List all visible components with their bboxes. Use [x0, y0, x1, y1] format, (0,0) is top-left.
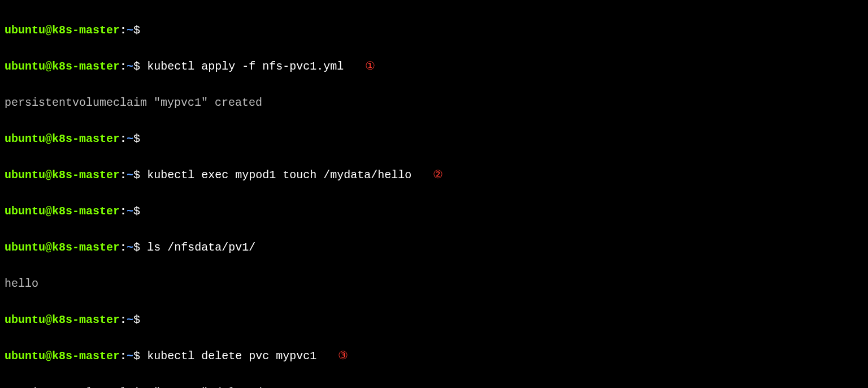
prompt-at: @ — [45, 241, 52, 254]
prompt-colon: : — [120, 205, 127, 218]
prompt-line[interactable]: ubuntu@k8s-master:~$ kubectl delete pvc … — [5, 347, 863, 365]
prompt-line[interactable]: ubuntu@k8s-master:~$ — [5, 311, 863, 329]
prompt-path: ~ — [127, 350, 133, 363]
output-line: persistentvolumeclaim "mypvc1" created — [5, 94, 863, 112]
prompt-dollar: $ — [133, 350, 140, 363]
command-input[interactable]: kubectl apply -f nfs-pvc1.yml — [147, 60, 344, 73]
prompt-line[interactable]: ubuntu@k8s-master:~$ kubectl apply -f nf… — [5, 58, 863, 76]
prompt-dollar: $ — [133, 24, 140, 37]
prompt-line[interactable]: ubuntu@k8s-master:~$ — [5, 130, 863, 148]
prompt-colon: : — [120, 241, 127, 254]
command-input[interactable]: ls /nfsdata/pv1/ — [147, 241, 255, 254]
prompt-colon: : — [120, 24, 127, 37]
prompt-dollar: $ — [133, 132, 140, 145]
prompt-user: ubuntu — [5, 313, 45, 326]
prompt-user: ubuntu — [5, 132, 45, 145]
prompt-path: ~ — [127, 132, 133, 145]
prompt-host: k8s-master — [52, 241, 120, 254]
prompt-at: @ — [45, 24, 52, 37]
prompt-path: ~ — [127, 169, 133, 182]
terminal[interactable]: ubuntu@k8s-master:~$ ubuntu@k8s-master:~… — [0, 0, 868, 388]
prompt-user: ubuntu — [5, 205, 45, 218]
prompt-line[interactable]: ubuntu@k8s-master:~$ kubectl exec mypod1… — [5, 166, 863, 184]
prompt-line[interactable]: ubuntu@k8s-master:~$ ls /nfsdata/pv1/ — [5, 239, 863, 257]
prompt-host: k8s-master — [52, 132, 120, 145]
prompt-path: ~ — [127, 241, 133, 254]
prompt-host: k8s-master — [52, 205, 120, 218]
command-input[interactable]: kubectl delete pvc mypvc1 — [147, 350, 316, 363]
prompt-at: @ — [45, 313, 52, 326]
prompt-user: ubuntu — [5, 24, 45, 37]
prompt-host: k8s-master — [52, 350, 120, 363]
prompt-path: ~ — [127, 24, 133, 37]
prompt-at: @ — [45, 205, 52, 218]
prompt-user: ubuntu — [5, 350, 45, 363]
prompt-at: @ — [45, 350, 52, 363]
annotation-3-icon: ③ — [337, 347, 349, 365]
prompt-colon: : — [120, 350, 127, 363]
prompt-line[interactable]: ubuntu@k8s-master:~$ — [5, 21, 863, 40]
prompt-at: @ — [45, 132, 52, 145]
prompt-dollar: $ — [133, 60, 140, 73]
prompt-user: ubuntu — [5, 241, 45, 254]
command-input[interactable]: kubectl exec mypod1 touch /mydata/hello — [147, 169, 411, 182]
prompt-at: @ — [45, 60, 52, 73]
prompt-host: k8s-master — [52, 24, 120, 37]
prompt-user: ubuntu — [5, 169, 45, 182]
annotation-1-icon: ① — [364, 58, 376, 76]
prompt-line[interactable]: ubuntu@k8s-master:~$ — [5, 202, 863, 221]
prompt-at: @ — [45, 169, 52, 182]
prompt-path: ~ — [127, 205, 133, 218]
prompt-colon: : — [120, 169, 127, 182]
prompt-path: ~ — [127, 313, 133, 326]
prompt-user: ubuntu — [5, 60, 45, 73]
prompt-dollar: $ — [133, 313, 140, 326]
prompt-colon: : — [120, 60, 127, 73]
annotation-2-icon: ② — [432, 166, 444, 184]
prompt-dollar: $ — [133, 205, 140, 218]
prompt-colon: : — [120, 313, 127, 326]
prompt-dollar: $ — [133, 241, 140, 254]
prompt-dollar: $ — [133, 169, 140, 182]
prompt-host: k8s-master — [52, 313, 120, 326]
output-line: persistentvolumeclaim "mypvc1" deleted — [5, 383, 863, 388]
prompt-path: ~ — [127, 60, 133, 73]
prompt-host: k8s-master — [52, 60, 120, 73]
prompt-host: k8s-master — [52, 169, 120, 182]
prompt-colon: : — [120, 132, 127, 145]
output-line: hello — [5, 275, 863, 293]
